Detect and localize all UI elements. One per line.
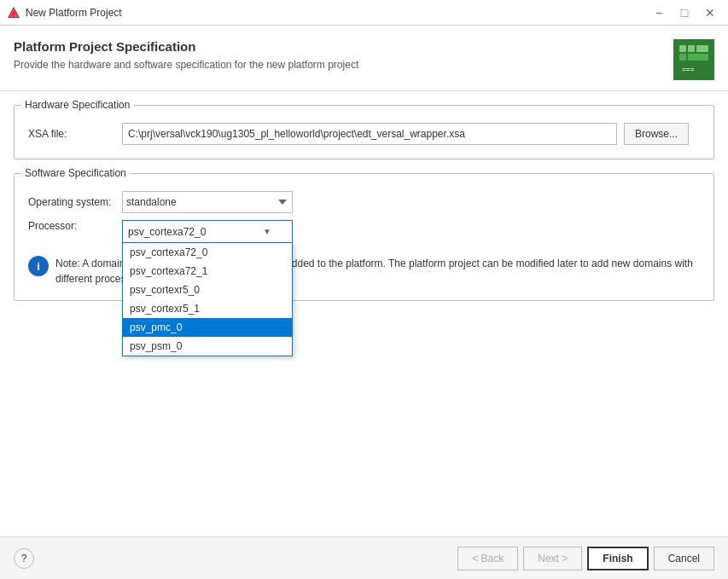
- xsa-input[interactable]: [122, 123, 617, 145]
- minimize-button[interactable]: −: [648, 3, 670, 22]
- xsa-control: Browse...: [122, 123, 700, 145]
- svg-rect-7: [679, 54, 686, 61]
- processor-option-cortexr5-1[interactable]: psv_cortexr5_1: [123, 299, 292, 318]
- processor-row: Processor: psv_cortexa72_0 ▼ psv_cortexa…: [28, 220, 700, 242]
- svg-rect-5: [688, 45, 695, 52]
- svg-rect-4: [679, 45, 686, 52]
- processor-control: psv_cortexa72_0 ▼ psv_cortexa72_0 psv_co…: [122, 220, 700, 242]
- cancel-button[interactable]: Cancel: [654, 547, 714, 570]
- dialog-header: Platform Project Specification Provide t…: [0, 26, 728, 91]
- finish-button[interactable]: Finish: [587, 547, 648, 570]
- os-control: standalone freertos linux: [122, 191, 700, 213]
- processor-selected-value: psv_cortexa72_0: [128, 226, 206, 238]
- software-section: Software Specification Operating system:…: [14, 173, 714, 301]
- os-label: Operating system:: [28, 196, 122, 208]
- svg-text:===: ===: [682, 66, 695, 73]
- xsa-label: XSA file:: [28, 128, 122, 140]
- vitis-icon: [7, 6, 20, 20]
- maximize-button[interactable]: □: [673, 3, 696, 22]
- chevron-down-icon: ▼: [263, 227, 271, 236]
- svg-rect-6: [696, 45, 708, 52]
- svg-rect-2: [13, 12, 15, 15]
- processor-dropdown-wrapper: psv_cortexa72_0 ▼ psv_cortexa72_0 psv_co…: [122, 220, 293, 242]
- svg-rect-8: [688, 54, 708, 61]
- browse-button[interactable]: Browse...: [624, 123, 689, 145]
- close-button[interactable]: ✕: [699, 3, 721, 22]
- processor-option-cortexa72-0[interactable]: psv_cortexa72_0: [123, 243, 292, 262]
- platform-svg-icon: ===: [678, 43, 710, 76]
- processor-label: Processor:: [28, 220, 122, 232]
- titlebar-title: New Platform Project: [26, 7, 648, 19]
- processor-option-pmc-0[interactable]: psv_pmc_0: [123, 318, 292, 337]
- help-button[interactable]: ?: [14, 548, 34, 569]
- dialog-title: Platform Project Specification: [14, 39, 358, 54]
- software-section-label: Software Specification: [21, 167, 130, 179]
- info-icon: i: [28, 256, 49, 276]
- svg-rect-3: [13, 16, 15, 18]
- dialog: Platform Project Specification Provide t…: [0, 26, 728, 579]
- os-row: Operating system: standalone freertos li…: [28, 191, 700, 213]
- hardware-section: Hardware Specification XSA file: Browse.…: [14, 105, 714, 159]
- titlebar-controls: − □ ✕: [648, 3, 721, 22]
- dialog-content: Hardware Specification XSA file: Browse.…: [0, 91, 728, 536]
- back-button[interactable]: < Back: [457, 547, 518, 570]
- xsa-row: XSA file: Browse...: [28, 123, 700, 145]
- dialog-subtitle: Provide the hardware and software specif…: [14, 59, 358, 71]
- dialog-footer: ? < Back Next > Finish Cancel: [0, 536, 728, 579]
- processor-option-cortexr5-0[interactable]: psv_cortexr5_0: [123, 281, 292, 299]
- next-button[interactable]: Next >: [523, 547, 582, 570]
- platform-icon: ===: [673, 39, 714, 80]
- hardware-section-label: Hardware Specification: [21, 99, 133, 111]
- titlebar: New Platform Project − □ ✕: [0, 0, 728, 26]
- processor-option-psm-0[interactable]: psv_psm_0: [123, 337, 292, 356]
- os-select[interactable]: standalone freertos linux: [122, 191, 293, 213]
- processor-dropdown-list: psv_cortexa72_0 psv_cortexa72_1 psv_cort…: [122, 242, 293, 356]
- processor-option-cortexa72-1[interactable]: psv_cortexa72_1: [123, 262, 292, 281]
- processor-select[interactable]: psv_cortexa72_0 ▼: [122, 220, 293, 242]
- dialog-header-text: Platform Project Specification Provide t…: [14, 39, 358, 71]
